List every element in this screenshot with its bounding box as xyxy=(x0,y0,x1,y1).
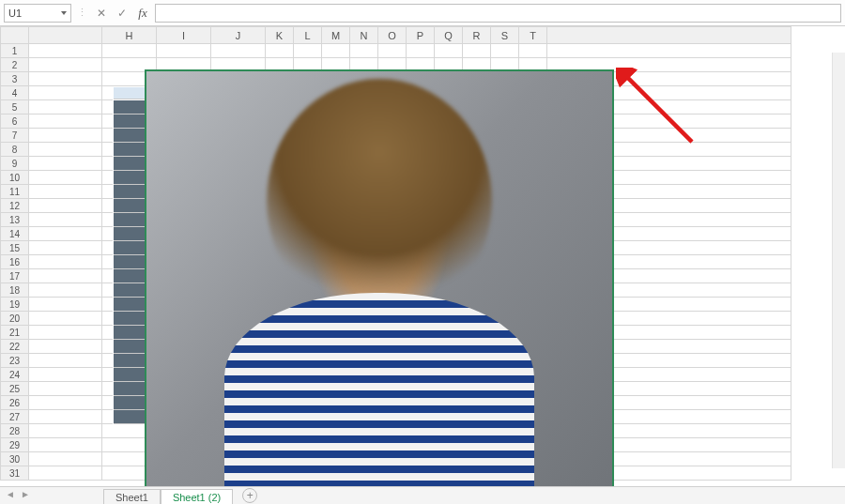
cell[interactable] xyxy=(29,269,102,283)
row-header[interactable]: 9 xyxy=(1,157,29,171)
column-header[interactable]: T xyxy=(519,27,547,44)
row-header[interactable]: 5 xyxy=(1,100,29,115)
row-header[interactable]: 10 xyxy=(1,171,29,185)
select-all-corner[interactable] xyxy=(1,27,29,44)
row-header[interactable]: 7 xyxy=(1,129,29,143)
cell[interactable] xyxy=(266,44,294,58)
worksheet-grid[interactable]: HIJKLMNOPQRST123456789101112131415161718… xyxy=(0,26,845,486)
cell[interactable] xyxy=(435,44,463,58)
cancel-formula-button[interactable]: ✕ xyxy=(93,5,110,22)
cell[interactable] xyxy=(378,44,407,58)
cell[interactable] xyxy=(29,396,102,410)
cell[interactable] xyxy=(29,340,102,354)
column-header[interactable]: I xyxy=(157,27,211,44)
cell[interactable] xyxy=(547,44,791,58)
row-header[interactable]: 6 xyxy=(1,115,29,129)
row-header[interactable]: 13 xyxy=(1,213,29,227)
cell[interactable] xyxy=(29,58,102,72)
chevron-right-icon[interactable]: ► xyxy=(21,489,30,499)
embedded-image[interactable] xyxy=(145,69,614,486)
row-header[interactable]: 14 xyxy=(1,227,29,241)
row-header[interactable]: 17 xyxy=(1,269,29,283)
row-header[interactable]: 3 xyxy=(1,72,29,86)
cell[interactable] xyxy=(29,86,102,100)
row-header[interactable]: 21 xyxy=(1,326,29,340)
row-header[interactable]: 24 xyxy=(1,368,29,382)
column-header[interactable]: S xyxy=(491,27,519,44)
cell[interactable] xyxy=(157,44,211,58)
cell[interactable] xyxy=(29,368,102,382)
insert-function-button[interactable]: fx xyxy=(134,5,151,22)
row-header[interactable]: 22 xyxy=(1,340,29,354)
row-header[interactable]: 18 xyxy=(1,283,29,298)
cell[interactable] xyxy=(29,410,102,424)
cell[interactable] xyxy=(29,199,102,213)
chevron-down-icon[interactable] xyxy=(61,11,67,15)
confirm-formula-button[interactable]: ✓ xyxy=(114,5,131,22)
column-header[interactable]: N xyxy=(350,27,378,44)
row-header[interactable]: 25 xyxy=(1,382,29,396)
cell[interactable] xyxy=(29,312,102,326)
row-header[interactable]: 26 xyxy=(1,396,29,410)
cell[interactable] xyxy=(211,44,266,58)
cell[interactable] xyxy=(350,44,378,58)
row-header[interactable]: 30 xyxy=(1,452,29,466)
sheet-tab[interactable]: Sheet1 xyxy=(103,489,161,505)
cell[interactable] xyxy=(29,157,102,171)
row-header[interactable]: 8 xyxy=(1,143,29,157)
column-header[interactable]: R xyxy=(463,27,491,44)
cell[interactable] xyxy=(322,44,350,58)
name-box[interactable]: U1 xyxy=(4,4,71,23)
cell[interactable] xyxy=(491,44,519,58)
column-header[interactable]: J xyxy=(211,27,266,44)
cell[interactable] xyxy=(29,466,102,481)
cell[interactable] xyxy=(29,354,102,368)
cell[interactable] xyxy=(29,171,102,185)
cell[interactable] xyxy=(29,382,102,396)
cell[interactable] xyxy=(29,100,102,115)
cell[interactable] xyxy=(29,143,102,157)
column-header[interactable]: H xyxy=(102,27,157,44)
cell[interactable] xyxy=(29,129,102,143)
column-header[interactable]: O xyxy=(378,27,407,44)
cell[interactable] xyxy=(29,298,102,312)
row-header[interactable]: 15 xyxy=(1,241,29,255)
cell[interactable] xyxy=(29,185,102,199)
cell[interactable] xyxy=(29,438,102,452)
cell[interactable] xyxy=(294,44,322,58)
sheet-tab[interactable]: Sheet1 (2) xyxy=(161,489,233,505)
column-header[interactable]: P xyxy=(407,27,435,44)
cell[interactable] xyxy=(29,452,102,466)
add-sheet-button[interactable]: + xyxy=(242,488,257,503)
cell[interactable] xyxy=(29,213,102,227)
row-header[interactable]: 20 xyxy=(1,312,29,326)
column-header[interactable]: M xyxy=(322,27,350,44)
cell[interactable] xyxy=(29,255,102,269)
cell[interactable] xyxy=(29,72,102,86)
cell[interactable] xyxy=(29,241,102,255)
cell[interactable] xyxy=(29,227,102,241)
row-header[interactable]: 23 xyxy=(1,354,29,368)
row-header[interactable]: 16 xyxy=(1,255,29,269)
cell[interactable] xyxy=(29,115,102,129)
row-header[interactable]: 11 xyxy=(1,185,29,199)
row-header[interactable]: 27 xyxy=(1,410,29,424)
vertical-scrollbar[interactable] xyxy=(832,53,845,468)
cell[interactable] xyxy=(29,326,102,340)
row-header[interactable]: 29 xyxy=(1,438,29,452)
cell[interactable] xyxy=(463,44,491,58)
cell[interactable] xyxy=(519,44,547,58)
cell[interactable] xyxy=(29,424,102,438)
cell[interactable] xyxy=(29,44,102,58)
row-header[interactable]: 2 xyxy=(1,58,29,72)
row-header[interactable]: 31 xyxy=(1,466,29,481)
column-header[interactable]: Q xyxy=(435,27,463,44)
chevron-left-icon[interactable]: ◄ xyxy=(6,489,15,499)
row-header[interactable]: 28 xyxy=(1,424,29,438)
formula-input[interactable] xyxy=(155,4,841,23)
row-header[interactable]: 1 xyxy=(1,44,29,58)
column-header[interactable]: L xyxy=(294,27,322,44)
column-header[interactable]: K xyxy=(266,27,294,44)
row-header[interactable]: 4 xyxy=(1,86,29,100)
sheet-nav-buttons[interactable]: ◄ ► xyxy=(6,489,30,499)
